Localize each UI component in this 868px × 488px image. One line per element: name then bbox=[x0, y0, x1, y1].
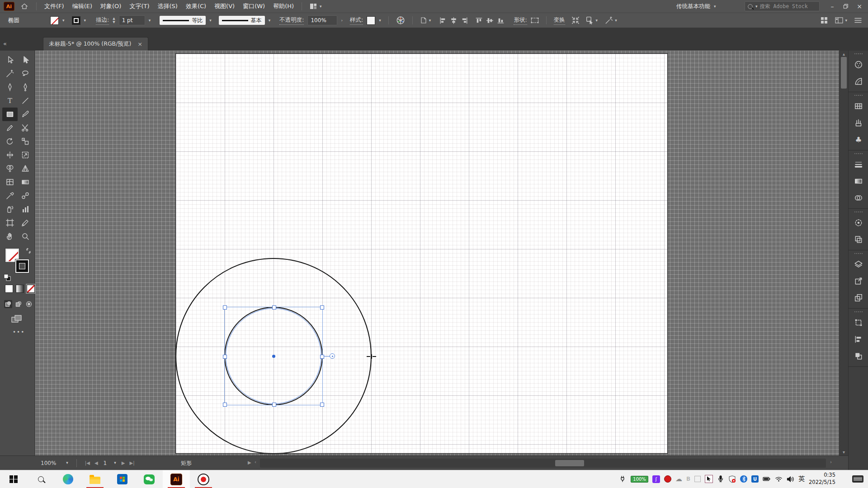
taskbar-clock[interactable]: 0:35 2022/5/15 bbox=[809, 472, 835, 486]
application-tiles-icon[interactable] bbox=[821, 17, 828, 24]
recorder-tray-icon[interactable] bbox=[664, 475, 671, 483]
taskbar-file-explorer[interactable] bbox=[81, 470, 108, 488]
selection-tool[interactable] bbox=[2, 53, 18, 67]
stroke-weight-field[interactable]: 1 pt bbox=[119, 15, 145, 25]
symbol-sprayer-tool[interactable] bbox=[2, 202, 18, 216]
default-fill-stroke-icon[interactable] bbox=[4, 274, 11, 281]
panel-color-guide[interactable] bbox=[849, 73, 868, 89]
scroll-down-icon[interactable]: ▾ bbox=[840, 450, 848, 455]
stroke-indicator[interactable] bbox=[15, 259, 29, 273]
horizontal-align-right-icon[interactable] bbox=[461, 17, 468, 24]
chevron-down-icon[interactable]: ▾ bbox=[84, 19, 86, 23]
panel-transparency[interactable] bbox=[849, 189, 868, 206]
canvas-pasteboard[interactable] bbox=[35, 51, 839, 455]
shape-panel-link[interactable]: 形状: bbox=[514, 16, 527, 25]
home-icon[interactable] bbox=[16, 0, 33, 13]
rotate-tool[interactable] bbox=[2, 135, 18, 148]
magic-wand-tool[interactable] bbox=[2, 67, 18, 80]
panel-artboards[interactable] bbox=[849, 272, 868, 289]
panel-brushes[interactable] bbox=[849, 114, 868, 131]
battery-icon[interactable] bbox=[763, 476, 771, 482]
style-panel-link[interactable]: 样式: bbox=[350, 16, 363, 25]
active-tool-display[interactable]: 矩形 bbox=[181, 460, 192, 467]
vertical-scroll-thumb[interactable] bbox=[841, 57, 847, 89]
curvature-tool[interactable] bbox=[18, 80, 33, 94]
select-similar-dropdown[interactable]: ▾ bbox=[605, 16, 617, 24]
ime-indicator[interactable]: 英 bbox=[798, 475, 805, 483]
shape-rectangle-icon[interactable] bbox=[531, 17, 539, 24]
onedrive-icon[interactable]: ☁ bbox=[675, 475, 682, 483]
panel-gradient[interactable] bbox=[849, 173, 868, 189]
scale-tool[interactable] bbox=[18, 135, 33, 148]
horizontal-align-left-icon[interactable] bbox=[439, 17, 447, 24]
menu-view[interactable]: 视图(V) bbox=[210, 0, 239, 13]
panel-layers[interactable] bbox=[849, 256, 868, 272]
drag-grip[interactable] bbox=[854, 153, 863, 154]
document-tab[interactable]: 未标题-5* @ 100% (RGB/预览) × bbox=[43, 37, 148, 51]
gradient-tool[interactable] bbox=[18, 175, 33, 189]
shape-builder-tool[interactable] bbox=[2, 162, 18, 175]
collapse-panels-icon[interactable]: « bbox=[3, 40, 7, 47]
menu-select[interactable]: 选择(S) bbox=[153, 0, 181, 13]
next-artboard-icon[interactable]: ▶ bbox=[122, 460, 125, 465]
width-profile-dropdown[interactable]: 等比 bbox=[160, 16, 206, 25]
tab-close-icon[interactable]: × bbox=[137, 41, 142, 47]
horizontal-scrollbar[interactable] bbox=[260, 459, 826, 468]
illustrator-logo-icon[interactable]: Ai bbox=[4, 2, 14, 11]
gradient-button[interactable] bbox=[16, 285, 24, 293]
color-button[interactable] bbox=[5, 285, 13, 293]
type-tool[interactable]: T bbox=[2, 94, 18, 108]
screen-mode-icon[interactable] bbox=[11, 314, 23, 324]
panel-asset-export[interactable] bbox=[849, 289, 868, 306]
handle-bottom-right[interactable] bbox=[320, 403, 324, 407]
workspace-switcher[interactable]: 传统基本功能 ▾ bbox=[676, 0, 716, 13]
hand-tool[interactable] bbox=[2, 230, 18, 243]
drag-grip[interactable] bbox=[854, 95, 863, 96]
pen-tool[interactable] bbox=[2, 80, 18, 94]
cursor-tool-icon[interactable] bbox=[705, 475, 713, 483]
stroke-panel-link[interactable]: 描边: bbox=[96, 16, 109, 25]
panel-graphic-styles[interactable] bbox=[849, 231, 868, 248]
menu-effect[interactable]: 效果(C) bbox=[182, 0, 210, 13]
handle-bottom-left[interactable] bbox=[223, 403, 227, 407]
more-tools-icon[interactable]: ••• bbox=[13, 329, 25, 335]
last-artboard-icon[interactable]: ▶| bbox=[129, 460, 134, 465]
bluetooth-icon[interactable] bbox=[740, 475, 747, 483]
drag-grip[interactable] bbox=[854, 311, 863, 312]
action-center-icon[interactable] bbox=[852, 475, 863, 483]
status-expand-icon[interactable]: ▶ bbox=[248, 460, 251, 465]
chevron-down-icon[interactable]: ▾ bbox=[209, 19, 212, 23]
taskbar-illustrator[interactable]: Ai bbox=[163, 470, 190, 488]
artboard-tool[interactable] bbox=[2, 216, 18, 230]
vertical-align-bottom-icon[interactable] bbox=[497, 17, 505, 24]
panel-color[interactable] bbox=[849, 56, 868, 73]
taskbar-search-button[interactable] bbox=[27, 470, 54, 488]
vertical-align-top-icon[interactable] bbox=[475, 17, 483, 24]
chevron-down-icon[interactable]: ▾ bbox=[269, 19, 271, 23]
menu-object[interactable]: 对象(O) bbox=[96, 0, 125, 13]
handle-bottom-center[interactable] bbox=[272, 403, 276, 407]
horizontal-scroll-thumb[interactable] bbox=[555, 460, 584, 466]
wifi-icon[interactable] bbox=[775, 476, 783, 482]
line-segment-tool[interactable] bbox=[18, 94, 33, 108]
column-graph-tool[interactable] bbox=[18, 202, 33, 216]
zoom-level-dropdown[interactable]: 100% ▾ bbox=[41, 460, 68, 466]
close-button[interactable]: × bbox=[853, 0, 866, 12]
stroke-color-swatch[interactable] bbox=[72, 16, 80, 25]
handle-top-left[interactable] bbox=[223, 305, 227, 310]
panel-menu-icon[interactable] bbox=[854, 17, 862, 23]
faded-b-icon[interactable]: B bbox=[686, 476, 690, 482]
scissors-tool[interactable] bbox=[18, 121, 33, 135]
draw-behind-button[interactable] bbox=[14, 300, 23, 308]
perspective-grid-tool[interactable] bbox=[18, 162, 33, 175]
power-plug-icon[interactable] bbox=[619, 475, 627, 483]
opacity-panel-link[interactable]: 不透明度: bbox=[279, 16, 304, 25]
chevron-down-icon[interactable]: ▾ bbox=[379, 19, 381, 23]
draw-inside-button[interactable] bbox=[25, 300, 33, 308]
faded-window-icon[interactable] bbox=[694, 476, 701, 482]
handle-top-right[interactable] bbox=[320, 305, 324, 310]
panel-align[interactable] bbox=[849, 331, 868, 347]
horizontal-align-center-icon[interactable] bbox=[450, 17, 458, 24]
menu-window[interactable]: 窗口(W) bbox=[239, 0, 269, 13]
style-swatch[interactable] bbox=[367, 16, 375, 25]
